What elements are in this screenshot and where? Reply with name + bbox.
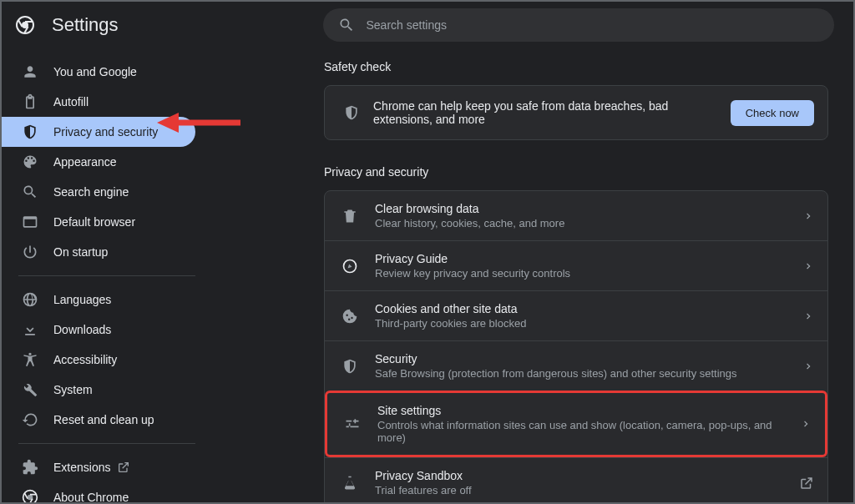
- sidebar-item-label: You and Google: [53, 65, 137, 78]
- row-subtitle: Safe Browsing (protection from dangerous…: [375, 367, 804, 380]
- main-content: Safety check Chrome can help keep you sa…: [215, 48, 853, 502]
- row-privacy-sandbox[interactable]: Privacy SandboxTrial features are off: [325, 457, 827, 502]
- sidebar-item-extensions[interactable]: Extensions: [2, 452, 195, 482]
- row-site-settings[interactable]: Site settingsControls what information s…: [325, 391, 827, 457]
- sidebar-item-label: Downloads: [53, 323, 111, 336]
- sidebar-item-default-browser[interactable]: Default browser: [2, 207, 195, 237]
- compass-icon: [341, 258, 358, 275]
- sidebar-item-label: Autofill: [53, 95, 89, 108]
- sidebar-item-accessibility[interactable]: Accessibility: [2, 345, 195, 375]
- flask-icon: [341, 475, 358, 491]
- sidebar-item-on-startup[interactable]: On startup: [2, 237, 195, 267]
- chevron-right-icon: [805, 363, 811, 369]
- row-title: Privacy Guide: [375, 252, 804, 265]
- sidebar-item-privacy[interactable]: Privacy and security: [2, 117, 195, 147]
- external-link-icon: [799, 476, 814, 491]
- browser-icon: [22, 214, 38, 230]
- privacy-card: Clear browsing dataClear history, cookie…: [324, 190, 828, 502]
- chevron-right-icon: [802, 421, 808, 427]
- row-title: Site settings: [377, 404, 802, 417]
- cookie-icon: [341, 308, 358, 325]
- sidebar-item-label: Languages: [53, 293, 111, 306]
- row-title: Security: [375, 352, 804, 365]
- sidebar-item-label: Default browser: [53, 215, 135, 229]
- chrome-icon: [22, 489, 38, 502]
- row-subtitle: Clear history, cookies, cache, and more: [375, 217, 804, 229]
- shield-icon: [22, 123, 38, 140]
- sidebar-item-downloads[interactable]: Downloads: [2, 315, 195, 345]
- header: Settings Search settings: [2, 2, 853, 48]
- sidebar-item-reset[interactable]: Reset and clean up: [2, 405, 195, 435]
- globe-icon: [22, 291, 38, 308]
- sidebar-item-you-and-google[interactable]: You and Google: [2, 57, 195, 87]
- row-subtitle: Third-party cookies are blocked: [375, 317, 804, 330]
- external-link-icon: [117, 461, 130, 474]
- sidebar-item-about-chrome[interactable]: About Chrome: [2, 482, 195, 502]
- sidebar-item-languages[interactable]: Languages: [2, 285, 195, 315]
- sidebar-item-label: About Chrome: [53, 491, 129, 502]
- row-title: Clear browsing data: [375, 202, 804, 215]
- sliders-icon: [344, 416, 361, 432]
- privacy-heading: Privacy and security: [324, 165, 828, 179]
- sidebar-item-label: System: [53, 383, 93, 396]
- sidebar-item-autofill[interactable]: Autofill: [2, 87, 195, 117]
- row-security[interactable]: SecuritySafe Browsing (protection from d…: [325, 340, 827, 391]
- download-icon: [22, 321, 38, 338]
- sidebar-item-label: Search engine: [53, 185, 129, 199]
- safety-check-heading: Safety check: [324, 60, 828, 73]
- search-input[interactable]: Search settings: [323, 8, 834, 42]
- row-privacy-guide[interactable]: Privacy GuideReview key privacy and secu…: [325, 240, 827, 290]
- row-subtitle: Review key privacy and security controls: [375, 267, 804, 280]
- safety-check-card: Chrome can help keep you safe from data …: [324, 85, 828, 140]
- restore-icon: [22, 411, 38, 428]
- accessibility-icon: [22, 351, 38, 368]
- palette-icon: [22, 154, 38, 170]
- sidebar: You and GoogleAutofillPrivacy and securi…: [2, 48, 215, 502]
- sidebar-item-label: Reset and clean up: [53, 413, 154, 426]
- puzzle-icon: [22, 459, 38, 476]
- shield-icon: [343, 104, 360, 121]
- sidebar-item-label: Privacy and security: [53, 125, 158, 139]
- person-icon: [22, 63, 38, 80]
- row-cookies[interactable]: Cookies and other site dataThird-party c…: [325, 290, 827, 340]
- shield-icon: [341, 358, 358, 375]
- wrench-icon: [22, 381, 38, 398]
- search-icon: [22, 184, 38, 200]
- sidebar-item-label: On startup: [53, 245, 108, 259]
- sidebar-item-label: Appearance: [53, 155, 117, 169]
- trash-icon: [341, 208, 358, 224]
- search-icon: [338, 17, 355, 33]
- check-now-button[interactable]: Check now: [731, 100, 814, 126]
- page-title: Settings: [52, 14, 119, 36]
- sidebar-item-system[interactable]: System: [2, 375, 195, 405]
- chevron-right-icon: [805, 263, 811, 269]
- row-subtitle: Trial features are off: [375, 484, 799, 496]
- sidebar-item-label: Extensions: [53, 461, 110, 474]
- search-placeholder: Search settings: [367, 18, 448, 32]
- sidebar-item-appearance[interactable]: Appearance: [2, 147, 195, 177]
- chrome-logo-icon: [15, 15, 35, 35]
- power-icon: [22, 244, 38, 260]
- row-title: Cookies and other site data: [375, 302, 804, 315]
- safety-check-text: Chrome can help keep you safe from data …: [373, 99, 731, 126]
- clipboard-icon: [22, 93, 38, 110]
- row-title: Privacy Sandbox: [375, 469, 799, 482]
- sidebar-item-search-engine[interactable]: Search engine: [2, 177, 195, 207]
- row-subtitle: Controls what information sites can use …: [377, 419, 802, 444]
- row-clear-browsing[interactable]: Clear browsing dataClear history, cookie…: [325, 191, 827, 240]
- chevron-right-icon: [805, 213, 811, 219]
- sidebar-item-label: Accessibility: [53, 353, 117, 366]
- chevron-right-icon: [805, 313, 811, 319]
